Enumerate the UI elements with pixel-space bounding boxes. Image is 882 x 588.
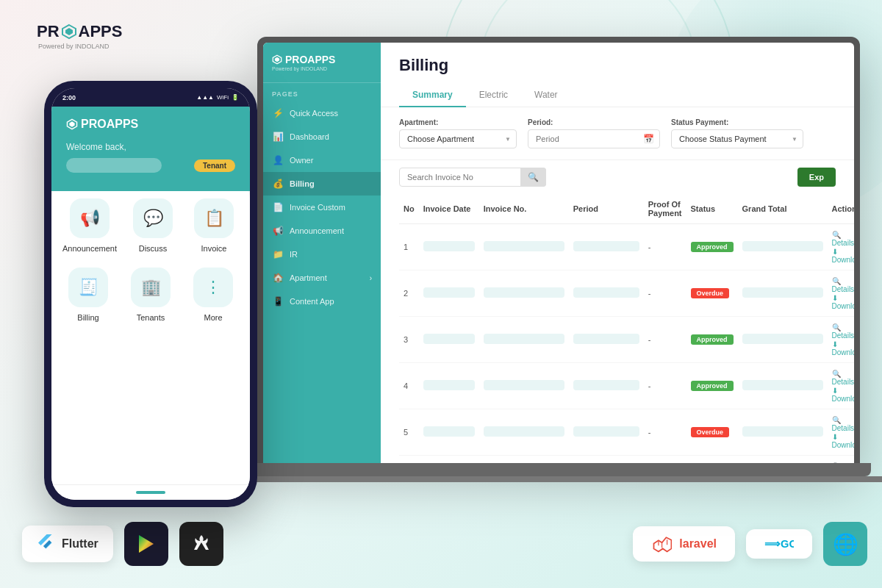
- cell-proof: -: [644, 224, 686, 270]
- details-link[interactable]: 🔍 Details: [832, 370, 854, 386]
- svg-marker-3: [69, 121, 74, 126]
- table-header: No Invoice Date Invoice No. Period Proof…: [399, 194, 854, 224]
- sidebar-label-content-app: Content App: [290, 297, 334, 306]
- flutter-icon: [37, 533, 54, 555]
- sidebar-label-dashboard: Dashboard: [290, 132, 329, 141]
- cell-invoice: [479, 317, 569, 363]
- phone-app-logo: PROAPPS: [66, 118, 235, 131]
- go-badge: ⟹GO: [746, 529, 812, 559]
- sidebar-item-dashboard[interactable]: 📊 Dashboard: [263, 125, 381, 148]
- phone-bottom-nav: [51, 484, 250, 500]
- tab-water[interactable]: Water: [521, 84, 571, 107]
- details-link[interactable]: 🔍 Details: [832, 231, 854, 247]
- date-skeleton: [423, 380, 475, 390]
- battery-icon: 🔋: [232, 94, 239, 101]
- details-link[interactable]: 🔍 Details: [832, 323, 854, 340]
- announcement-icon-circle: 📢: [70, 198, 110, 238]
- cell-status: Approved: [686, 224, 738, 270]
- period-skeleton: [573, 426, 639, 437]
- period-input-wrapper: 📅: [528, 129, 660, 148]
- signal-icon: ▲▲▲: [196, 94, 214, 101]
- phone-icon-more[interactable]: ⋮ More: [187, 268, 239, 322]
- phone-icon-tenants[interactable]: 🏢 Tenants: [125, 268, 176, 322]
- quick-access-icon: ⚡: [272, 108, 284, 118]
- phone-icon-grid-2: 🧾 Billing 🏢 Tenants ⋮ More: [62, 268, 239, 322]
- tenants-label: Tenants: [137, 313, 165, 322]
- details-link[interactable]: 🔍 Details: [832, 277, 854, 293]
- sidebar-item-billing[interactable]: 💰 Billing: [263, 172, 381, 196]
- sidebar-item-owner[interactable]: 👤 Owner: [263, 148, 381, 172]
- phone-tenant-badge: Tenant: [194, 159, 235, 172]
- phone-icon-invoice[interactable]: 📋 Invoice: [189, 198, 239, 253]
- details-link[interactable]: 🔍 Details: [832, 416, 854, 432]
- period-skeleton: [573, 380, 639, 390]
- cell-invoice: [479, 409, 569, 456]
- period-input[interactable]: [528, 129, 660, 148]
- cell-status: Overdue: [686, 456, 738, 464]
- svg-text:⟹GO: ⟹GO: [764, 538, 794, 550]
- sidebar-label-apartment: Apartment: [290, 273, 327, 282]
- total-skeleton: [742, 380, 823, 390]
- invoice-icon-circle: 📋: [194, 198, 234, 238]
- sidebar-item-invoice-custom[interactable]: 📄 Invoice Custom: [263, 196, 381, 219]
- calendar-icon[interactable]: 📅: [643, 134, 654, 144]
- billing-icon-circle: 🧾: [68, 268, 108, 307]
- cell-invoice: [479, 456, 569, 464]
- table-row: 2 - Overdue 🔍 Details ⬇ Download: [399, 270, 854, 317]
- phone-icon-announcement[interactable]: 📢 Announcement: [62, 198, 117, 253]
- logo-pr: PR: [37, 22, 60, 41]
- cell-no: 2: [399, 270, 419, 317]
- sidebar-item-quick-access[interactable]: ⚡ Quick Access: [263, 101, 381, 125]
- invoice-skeleton: [484, 241, 564, 251]
- total-skeleton: [742, 287, 823, 298]
- sidebar-item-ir[interactable]: 📁 IR: [263, 243, 381, 266]
- filter-period: Period: 📅: [528, 118, 660, 148]
- export-button[interactable]: Exp: [797, 168, 836, 187]
- world-badge[interactable]: 🌐: [823, 522, 867, 566]
- download-link[interactable]: ⬇ Download: [832, 387, 854, 403]
- apartment-select[interactable]: Choose Apartment: [399, 129, 517, 148]
- sidebar-item-apartment[interactable]: 🏠 Apartment ›: [263, 266, 381, 290]
- status-badge: Approved: [691, 242, 734, 252]
- status-select[interactable]: Choose Status Payment: [671, 129, 803, 148]
- cell-proof: -: [644, 317, 686, 363]
- filter-row: Apartment: Choose Apartment Period: 📅: [381, 107, 854, 160]
- sidebar-item-announcement[interactable]: 📢 Announcement: [263, 219, 381, 243]
- details-link[interactable]: 🔍 Details: [832, 462, 854, 463]
- cell-no: 6: [399, 456, 419, 464]
- th-proof: Proof Of Payment: [644, 194, 686, 224]
- flutter-badge: Flutter: [22, 526, 113, 562]
- google-play-badge[interactable]: [124, 522, 168, 566]
- phone-status-bar: 2:00 ▲▲▲ WiFi 🔋: [51, 88, 250, 107]
- cell-invoice: [479, 363, 569, 409]
- cell-date: [419, 409, 479, 456]
- app-store-badge[interactable]: [179, 522, 223, 566]
- billing-sidebar-icon: 💰: [272, 179, 284, 189]
- owner-icon: 👤: [272, 155, 284, 165]
- download-link[interactable]: ⬇ Download: [832, 433, 854, 449]
- powered-by: Powered by INDOLAND: [37, 43, 110, 50]
- download-link[interactable]: ⬇ Download: [832, 248, 854, 264]
- date-skeleton: [423, 287, 475, 298]
- table-row: 1 - Approved 🔍 Details ⬇ Download: [399, 224, 854, 270]
- phone-icon-discuss[interactable]: 💬 Discuss: [128, 198, 178, 253]
- phone-status-icons: ▲▲▲ WiFi 🔋: [196, 94, 239, 101]
- tab-summary[interactable]: Summary: [399, 84, 466, 107]
- tab-electric[interactable]: Electric: [466, 84, 521, 107]
- cell-action: 🔍 Details ⬇ Download: [828, 456, 854, 464]
- sidebar-item-content-app[interactable]: 📱 Content App: [263, 290, 381, 313]
- th-no: No: [399, 194, 419, 224]
- download-link[interactable]: ⬇ Download: [832, 294, 854, 310]
- cell-proof: -: [644, 409, 686, 456]
- app-store-icon: [190, 532, 213, 556]
- flutter-svg: [37, 533, 54, 551]
- download-link[interactable]: ⬇ Download: [832, 340, 854, 356]
- sidebar-section-pages: PAGES: [263, 83, 381, 101]
- phone-icon-billing[interactable]: 🧾 Billing: [62, 268, 114, 322]
- sidebar-logo-text: PROAPPS: [272, 54, 372, 65]
- laptop-sidebar: PROAPPS Powered by INDOLAND PAGES ⚡ Quic…: [263, 43, 381, 463]
- search-button[interactable]: 🔍: [520, 168, 546, 187]
- invoice-label: Invoice: [201, 244, 227, 253]
- sidebar-logo-icon: [272, 54, 282, 65]
- cell-proof: -: [644, 270, 686, 317]
